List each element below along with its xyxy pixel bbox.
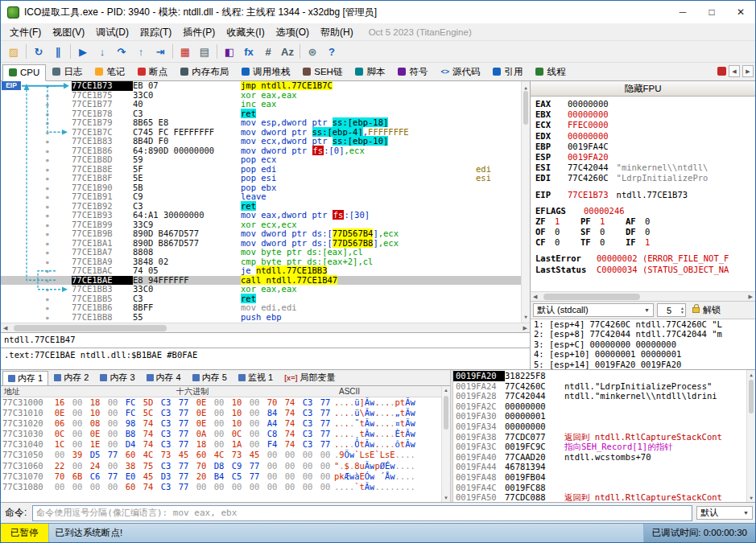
tab-source[interactable]: <>源代码 [434,64,486,80]
hide-fpu-button[interactable]: 隐藏FPU [531,81,755,97]
step-into-button[interactable]: ↓ [93,43,112,60]
stack-row[interactable]: 0019FA2C00000000 [453,401,755,412]
tab-dump-5[interactable]: 内存 5 [187,370,233,385]
dump-row[interactable]: 77C310500039D577604C7345604C734500000000… [1,450,450,460]
stack-row[interactable]: 0019FA5077CDC088返回到 ntdll.RtlCaptureStac… [453,492,755,502]
zf-flag[interactable]: ZF1 [535,216,580,226]
dump-row[interactable]: 77C310300C000E00B874C3770A000C00C874C377… [1,429,450,439]
tab-dump-1[interactable]: 内存 1 [2,371,48,386]
run-to-user-code-button[interactable]: ⇥ [151,43,170,60]
stack-row[interactable]: 0019FA3C0019FC9C指向SEH_Record[1]的指针 [453,442,755,452]
pause-button[interactable]: ∥ [48,43,68,60]
cf-flag[interactable]: CF0 [535,237,580,247]
register-row[interactable]: ESI77C42044"minkernel\\ntdll\ [535,162,755,173]
tab-dump-2[interactable]: 内存 2 [48,370,94,385]
menu-item-跟踪(T)[interactable]: 跟踪(T) [134,24,177,40]
dump-row[interactable]: 77C3100016001800FC5DC3770E0010007074C377… [1,397,450,408]
breakpoints-button[interactable]: ▦ [176,43,195,60]
register-row[interactable]: EBP0019FA4C [535,142,755,152]
dump-row[interactable]: 77C31070706BC677E045D37720B4C57700000000… [1,471,450,482]
registers-hscrollbar[interactable]: ◀ ▶ [531,291,755,301]
breakpoint-dot[interactable]: ● [46,285,49,294]
patch-button[interactable]: ◧ [220,43,239,60]
tf-flag[interactable]: TF0 [580,237,626,247]
tab-threads[interactable]: 线程 [529,64,572,80]
breakpoint-dot[interactable]: ● [46,266,49,276]
dump-row[interactable]: 77C31020060008009874C3770E001000A474C377… [1,418,450,429]
command-input[interactable] [32,505,692,521]
stack-row[interactable]: 0019FA2877C42044ntdll."minkernel\\ntdll\… [453,391,755,401]
tab-seh[interactable]: SEH链 [296,64,349,80]
disasm-row[interactable]: ●77CE1B7740inc eax [1,100,530,109]
argument-count-spinner[interactable]: 5 ▲▼ [657,303,686,317]
tab-locals[interactable]: [x=]局部变量 [279,370,341,385]
breakpoint-dot[interactable]: ● [46,192,49,202]
tab-breakpoints[interactable]: 断点 [131,64,174,80]
tab-notes[interactable]: 笔记 [89,64,131,80]
register-row[interactable]: EAX00000000 [535,99,755,109]
tab-memory-map[interactable]: 内存布局 [174,64,235,80]
stack-row[interactable]: 0019FA4C0019FC88 [453,483,755,493]
breakpoint-dot[interactable]: ● [46,220,49,230]
breakpoint-dot[interactable]: ● [46,211,49,220]
register-row[interactable]: LastError00000002 (ERROR_FILE_NOT_F [535,253,755,264]
plugin-icon[interactable] [717,67,726,76]
dump-row[interactable]: 77C31060220024003875C37770D8C97700000000… [1,461,450,471]
tab-dump-3[interactable]: 内存 3 [94,370,140,385]
breakpoint-dot[interactable]: ● [46,91,49,101]
breakpoint-dot[interactable]: ● [46,257,49,267]
scroll-down-icon[interactable]: ▼ [444,496,448,500]
tab-scroll-right-button[interactable]: ▶ [742,65,754,77]
function-button[interactable]: fx [239,43,258,60]
register-row[interactable]: EIP77CE1B73ntdll.77CE1B73 [535,190,755,200]
settings-button[interactable]: ⊛ [303,43,322,60]
argument-row[interactable]: 5: [esp+14] 0019FA20 0019FA20 [534,360,755,369]
command-profile-select[interactable]: 默认 ▼ [696,506,753,520]
minimize-button[interactable]: ─ [668,1,697,23]
menu-item-收藏夹(I)[interactable]: 收藏夹(I) [221,24,270,40]
stack-row[interactable]: 0019FA3400000000 [453,422,755,432]
stack-pane[interactable]: ▲ ▼ 0019FA20318225F80019FA2477C4260Cntdl… [453,370,755,502]
register-row[interactable]: EBX00000000 [535,109,755,120]
registers-hscrollbar-thumb[interactable] [543,294,640,300]
open-file-button[interactable]: ▨ [4,43,23,60]
of-flag[interactable]: OF0 [535,227,580,237]
memory-map-button[interactable]: ▤ [195,43,214,60]
arguments-view[interactable]: 1: [esp+4] 77C4260C ntdll.77C4260C "L2: … [531,319,755,369]
menu-item-文件(F)[interactable]: 文件(F) [4,24,47,40]
breakpoint-dot[interactable]: ● [46,303,49,313]
register-row[interactable]: ECXFFEC0000 [535,120,755,130]
tab-dump-4[interactable]: 内存 4 [141,370,187,385]
breakpoint-dot[interactable]: ● [46,229,49,239]
tab-scroll-left-button[interactable]: ◀ [729,65,740,77]
breakpoint-dot[interactable]: ● [46,118,49,128]
stack-vscrollbar[interactable]: ▲ ▼ [746,370,755,502]
scroll-right-icon[interactable]: ▶ [523,325,527,331]
breakpoint-dot[interactable]: ● [46,248,49,257]
assemble-button[interactable]: Az [278,43,297,60]
unlock-button[interactable]: 解锁 [689,304,724,316]
pf-flag[interactable]: PF1 [580,216,626,226]
menu-item-调试(D)[interactable]: 调试(D) [90,24,134,40]
stack-row[interactable]: 0019FA20318225F8 [453,371,755,381]
tab-script[interactable]: 脚本 [349,64,391,80]
tab-references[interactable]: 引用 [486,64,529,80]
register-row[interactable]: LastStatusC0000034 (STATUS_OBJECT_NA [535,265,755,275]
af-flag[interactable]: AF0 [626,216,671,226]
dump-row[interactable]: 77C310401C001E00D474C37718001A00F474C377… [1,439,450,450]
menu-item-插件(P)[interactable]: 插件(P) [177,24,221,40]
disasm-row[interactable]: ●77CE1BAC74 05je ntdll.77CE1BB3 [1,266,530,276]
scroll-down-icon[interactable]: ▼ [524,312,527,322]
stack-row[interactable]: 0019FA3000000001 [453,411,755,422]
breakpoint-dot[interactable]: ● [46,100,49,109]
dump-row[interactable]: 77C310100E001000FC5CC3770E0010008474C377… [1,408,450,418]
calling-convention-select[interactable]: 默认 (stdcall) ▼ [533,303,654,317]
sf-flag[interactable]: SF0 [580,227,626,237]
scroll-left-icon[interactable]: ◀ [3,325,7,331]
disasm-vscrollbar-thumb[interactable] [523,91,528,125]
menu-item-视图(V)[interactable]: 视图(V) [47,24,90,40]
dump-vscrollbar[interactable]: ▲ ▼ [441,386,450,502]
menu-item-帮助(H)[interactable]: 帮助(H) [315,24,359,40]
breakpoint-dot[interactable]: ● [46,128,49,138]
breakpoint-dot[interactable]: ● [46,202,49,212]
